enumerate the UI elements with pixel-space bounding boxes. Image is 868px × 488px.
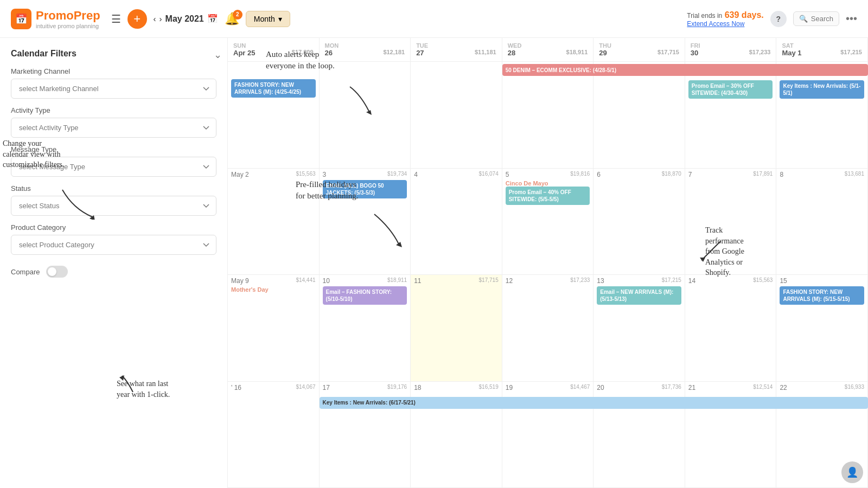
cell-may8: 8$13,681 bbox=[776, 169, 868, 275]
cell-may5: 5$19,816 Cinco De Mayo Promo Email – 40%… bbox=[502, 169, 594, 275]
cell-may3: 3$19,734 EMAIL (ALL) BOGO 50 JACKETS: (5… bbox=[320, 169, 411, 275]
cell-may13: 13$17,215 Email – NEW ARRIVALS (M): (5/1… bbox=[593, 275, 685, 381]
cell-apr25: FASHION STORY: NEW ARRIVALS (M): (4/25-4… bbox=[228, 62, 320, 168]
cell-may4: 4$16,074 bbox=[411, 169, 502, 275]
cell-apr26 bbox=[320, 62, 411, 168]
cell-may16: ' 16$14,067 bbox=[228, 382, 320, 488]
trial-days: 639 days. bbox=[725, 10, 764, 20]
compare-label: Compare bbox=[11, 268, 40, 276]
product-category-select[interactable]: select Product Category bbox=[11, 235, 216, 255]
extend-access-link[interactable]: Extend Access Now bbox=[687, 20, 763, 28]
event-email-fashion-story[interactable]: Email – FASHION STORY: (5/10-5/10) bbox=[323, 286, 407, 305]
day-header-sat: Sat May 1 $17,215 bbox=[776, 38, 868, 61]
sidebar: ⌄ Calendar Filters Marketing Channel sel… bbox=[0, 38, 228, 488]
cell-may12: 12$17,233 bbox=[502, 275, 594, 381]
day-header-tue: Tue 27 $11,181 bbox=[411, 38, 502, 61]
calendar-week-2: May 2$15,563 3$19,734 EMAIL (ALL) BOGO 5… bbox=[228, 169, 868, 275]
logo-area: 📅 PromoPrep intuitive promo planning bbox=[11, 9, 100, 29]
cell-may6: 6$18,870 bbox=[593, 169, 685, 275]
cell-apr30: Promo Email – 30% OFF SITEWIDE: (4/30-4/… bbox=[685, 62, 777, 168]
cell-apr29 bbox=[593, 62, 685, 168]
header: 📅 PromoPrep intuitive promo planning ☰ +… bbox=[0, 0, 868, 38]
event-key-items-5/1[interactable]: Key Items : New Arrivals: (5/1-5/1) bbox=[780, 80, 864, 99]
message-type-select[interactable]: select Message Type bbox=[11, 157, 216, 177]
chevron-down-icon: ▾ bbox=[278, 15, 282, 23]
event-fashion-story[interactable]: FASHION STORY: NEW ARRIVALS (M): (4/25-4… bbox=[231, 79, 316, 98]
search-icon: 🔍 bbox=[799, 15, 808, 23]
sidebar-title: Calendar Filters bbox=[11, 49, 216, 59]
trial-info: Trial ends in 639 days. Extend Access No… bbox=[687, 10, 763, 28]
filter-label-activity-type: Activity Type bbox=[11, 106, 216, 114]
cell-apr27 bbox=[411, 62, 502, 168]
holiday-mothers-day: Mother's Day bbox=[231, 286, 316, 293]
filter-label-message-type: Message Type bbox=[11, 145, 216, 153]
header-nav: ‹ › May 2021 📅 bbox=[154, 14, 218, 24]
day-header-wed: Wed 28 $18,911 bbox=[502, 38, 594, 61]
help-button[interactable]: ? bbox=[770, 11, 787, 27]
logo-title: PromoPrep bbox=[36, 9, 100, 23]
day-header-sun: Sun Apr 25 $17,809 bbox=[228, 38, 320, 61]
day-header-fri: Fri 30 $17,233 bbox=[685, 38, 777, 61]
main-layout: ⌄ Calendar Filters Marketing Channel sel… bbox=[0, 38, 868, 488]
cell-may10: 10$18,911 Email – FASHION STORY: (5/10-5… bbox=[320, 275, 411, 381]
more-options-button[interactable]: ••• bbox=[846, 12, 857, 25]
prev-button[interactable]: ‹ bbox=[154, 14, 156, 23]
event-promo-email-4/30[interactable]: Promo Email – 30% OFF SITEWIDE: (4/30-4/… bbox=[688, 80, 773, 99]
filter-label-status: Status bbox=[11, 184, 216, 192]
sidebar-collapse-button[interactable]: ⌄ bbox=[214, 49, 222, 61]
filter-label-marketing-channel: Marketing Channel bbox=[11, 67, 216, 75]
event-fashion-story-5/15[interactable]: FASHION STORY: NEW ARRIVALS (M): (5/15-5… bbox=[780, 286, 864, 305]
cell-may2: May 2$15,563 bbox=[228, 169, 320, 275]
notification-button[interactable]: 🔔 2 bbox=[225, 12, 239, 26]
avatar: 👤 bbox=[841, 461, 863, 483]
filter-label-product-category: Product Category bbox=[11, 223, 216, 232]
marketing-channel-select[interactable]: select Marketing Channel bbox=[11, 79, 216, 99]
status-select[interactable]: select Status bbox=[11, 196, 216, 216]
calendar-area: Sun Apr 25 $17,809 Mon 26 $12,181 Tue 27… bbox=[228, 38, 868, 488]
cell-may15: 15 FASHION STORY: NEW ARRIVALS (M): (5/1… bbox=[776, 275, 868, 381]
calendar-icon[interactable]: 📅 bbox=[207, 14, 218, 24]
toggle-knob bbox=[48, 267, 56, 276]
cell-may11: 11$17,715 bbox=[411, 275, 502, 381]
search-label: Search bbox=[811, 15, 833, 23]
calendar-week-4: Key Items : New Arrivals: (6/17-5/21) ' … bbox=[228, 382, 868, 489]
logo-subtitle: intuitive promo planning bbox=[36, 23, 100, 29]
calendar-week-1: 50 DENIM – ECOMM EXCLUSIVE: (4/28-5/1) F… bbox=[228, 62, 868, 169]
event-promo-email-5/5[interactable]: Promo Email – 40% OFF SITEWIDE: (5/5-5/5… bbox=[506, 187, 590, 205]
cell-may9: May 9$14,441 Mother's Day bbox=[228, 275, 320, 381]
calendar-day-headers: Sun Apr 25 $17,809 Mon 26 $12,181 Tue 27… bbox=[228, 38, 868, 62]
event-email-new-arrivals-5/13[interactable]: Email – NEW ARRIVALS (M): (5/13-5/13) bbox=[597, 286, 681, 305]
calendar-grid: 50 DENIM – ECOMM EXCLUSIVE: (4/28-5/1) F… bbox=[228, 62, 868, 488]
event-50-denim-span[interactable]: 50 DENIM – ECOMM EXCLUSIVE: (4/28-5/1) bbox=[502, 64, 868, 76]
notification-badge: 2 bbox=[233, 10, 242, 20]
holiday-cinco-de-mayo: Cinco De Mayo bbox=[506, 180, 590, 187]
day-header-thu: Thu 29 $17,715 bbox=[593, 38, 685, 61]
cell-apr28 bbox=[502, 62, 594, 168]
event-key-items-span[interactable]: Key Items : New Arrivals: (6/17-5/21) bbox=[320, 397, 868, 409]
cell-may14: 14$15,563 bbox=[685, 275, 777, 381]
compare-toggle[interactable] bbox=[46, 266, 68, 278]
month-year-label: May 2021 bbox=[165, 14, 204, 24]
cell-may7: 7$17,891 bbox=[685, 169, 777, 275]
cell-may1: Key Items : New Arrivals: (5/1-5/1) bbox=[776, 62, 868, 168]
trial-text: Trial ends in bbox=[687, 12, 722, 20]
month-view-button[interactable]: Month ▾ bbox=[246, 11, 290, 27]
calendar-week-3: May 9$14,441 Mother's Day 10$18,911 Emai… bbox=[228, 275, 868, 382]
logo-text-area: PromoPrep intuitive promo planning bbox=[36, 9, 100, 29]
search-box[interactable]: 🔍 Search bbox=[793, 11, 839, 26]
next-button[interactable]: › bbox=[159, 14, 162, 23]
event-email-bogo[interactable]: EMAIL (ALL) BOGO 50 JACKETS: (5/3-5/3) bbox=[323, 180, 407, 198]
menu-icon[interactable]: ☰ bbox=[111, 12, 121, 25]
logo-icon: 📅 bbox=[11, 9, 31, 29]
compare-row: Compare bbox=[11, 266, 216, 278]
add-button[interactable]: + bbox=[127, 9, 147, 29]
activity-type-select[interactable]: select Activity Type bbox=[11, 118, 216, 138]
day-header-mon: Mon 26 $12,181 bbox=[320, 38, 411, 61]
